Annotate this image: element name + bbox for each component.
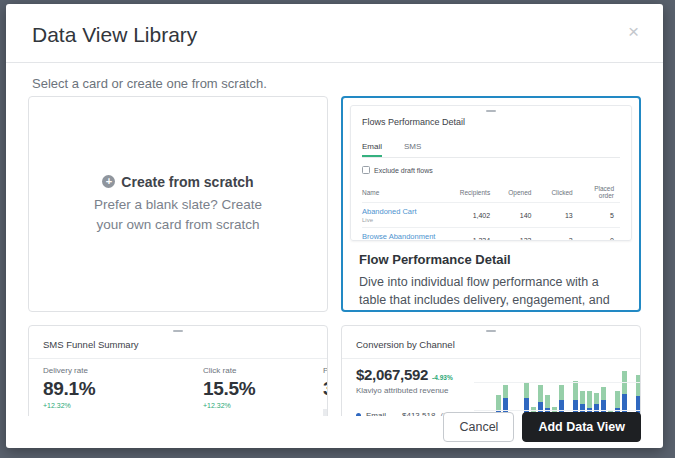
table-header-row: NameRecipientsOpenedClickedPlaced order [362,183,620,202]
kpi-label: Delivery rate [43,366,203,375]
table-row: Abandoned CartLive1,402140135 [362,202,620,227]
kpi-2: P3 [323,366,328,416]
bar-segment-green [594,393,599,404]
legend-label: Email [366,411,386,416]
create-from-scratch-label: Create from scratch [121,174,253,190]
kpi-value: 89.1% [43,378,203,400]
sms-funnel-summary-card[interactable]: SMS Funnel Summary Delivery rate89.1%+12… [28,325,328,416]
bar-segment-green [615,391,620,408]
column-header: Placed order [579,185,620,199]
column-header: Opened [496,189,537,196]
bar-segment-green [636,375,641,396]
bar-segment-green [580,391,585,404]
kpi-0: Delivery rate89.1%+12.32% [43,366,203,416]
attributed-revenue-label: Klaviyo attributed revenue [356,386,474,395]
create-from-scratch-description: Prefer a blank slate? Create your own ca… [94,195,262,234]
kpi-label: P [323,366,328,375]
flow-performance-detail-card[interactable]: Flows Performance Detail EmailSMS Exclud… [341,96,641,312]
bar-segment-green [538,385,543,402]
modal-footer: Cancel Add Data View [443,412,641,442]
attributed-revenue-delta: -4.93% [432,374,453,381]
preview-title: Flows Performance Detail [362,117,620,127]
flow-card-description: Dive into individual flow performance wi… [359,273,623,312]
metric-cell: 1,402 [455,212,496,219]
flow-name-cell: Browse AbandonmentDraft [362,232,455,241]
kpi-delta: +12.32% [43,402,203,409]
column-header: Recipients [455,189,496,196]
metric-cell: 0 [579,237,620,242]
flow-status-label: Live [362,217,455,223]
drag-handle-icon [486,330,496,332]
funnel-bar [323,409,328,416]
bar-segment-green [573,381,578,400]
modal-subtitle: Select a card or create one from scratch… [6,63,663,91]
bar-segment-green [503,385,508,398]
exclude-draft-flows-checkbox [362,166,370,174]
preview-flows-table: NameRecipientsOpenedClickedPlaced orderA… [362,183,620,241]
mini-tab-sms: SMS [404,142,421,155]
sms-card-divider [29,358,327,359]
bar-segment-green [524,383,529,398]
kpi-value: 3 [323,378,328,400]
drag-handle-icon [173,330,183,332]
kpi-delta: +12.32% [203,402,323,409]
metric-cell: 140 [496,212,537,219]
add-data-view-button[interactable]: Add Data View [522,412,641,442]
cancel-button[interactable]: Cancel [443,412,514,442]
metric-cell: 13 [537,212,578,219]
create-from-scratch-card[interactable]: + Create from scratch Prefer a blank sla… [28,96,328,312]
drag-handle-icon [486,110,496,112]
bar-segment-green [496,395,501,410]
page-title: Data View Library [6,4,663,62]
flow-name-cell: Abandoned CartLive [362,207,455,223]
preview-tabs: EmailSMS [362,135,620,158]
conversion-bar-chart [474,370,641,416]
data-view-library-modal: Data View Library × Select a card or cre… [6,4,663,448]
metric-cell: 1,234 [455,237,496,242]
create-from-scratch-header: + Create from scratch [102,174,253,190]
flow-name-link: Abandoned Cart [362,207,455,216]
conversion-card-body: $2,067,592 -4.93% Klaviyo attributed rev… [356,366,626,416]
conversion-by-channel-card[interactable]: Conversion by Channel $2,067,592 -4.93% … [341,325,641,416]
conversion-summary: $2,067,592 -4.93% Klaviyo attributed rev… [356,366,474,416]
exclude-draft-flows-row: Exclude draft flows [362,166,620,174]
sms-metrics-row: Delivery rate89.1%+12.32%Click rate15.5%… [43,366,313,416]
flow-card-preview-thumbnail: Flows Performance Detail EmailSMS Exclud… [350,105,632,241]
kpi-value: 15.5% [203,378,323,400]
bar-segment-green [587,391,592,408]
bar-segment-green [559,385,564,400]
bar-segment-green [545,395,550,408]
exclude-draft-flows-label: Exclude draft flows [374,167,433,174]
chart-gridline [474,410,641,411]
flow-card-title: Flow Performance Detail [359,252,623,267]
kpi-label: Click rate [203,366,323,375]
table-row: Browse AbandonmentDraft1,23412320 [362,227,620,241]
close-icon[interactable]: × [628,22,639,41]
flow-name-link: Browse Abandonment [362,232,455,241]
metric-cell: 2 [537,237,578,242]
conversion-card-title: Conversion by Channel [356,339,626,350]
legend-value: $413,518 [402,411,435,416]
chart-gridline [474,382,641,383]
mini-tab-email: Email [362,142,382,157]
conversion-card-divider [342,358,640,359]
column-header: Name [362,189,455,196]
kpi-1: Click rate15.5%+12.32% [203,366,323,416]
sms-card-title: SMS Funnel Summary [43,339,313,350]
bar-segment-green [601,387,606,400]
metric-cell: 5 [579,212,620,219]
attributed-revenue-value: $2,067,592 [356,366,428,383]
legend-dot-icon [356,413,361,416]
card-library-grid: + Create from scratch Prefer a blank sla… [28,96,641,416]
plus-circle-icon: + [102,175,115,188]
column-header: Clicked [537,189,578,196]
metric-cell: 123 [496,237,537,242]
flow-card-caption: Flow Performance Detail Dive into indivi… [343,241,639,312]
